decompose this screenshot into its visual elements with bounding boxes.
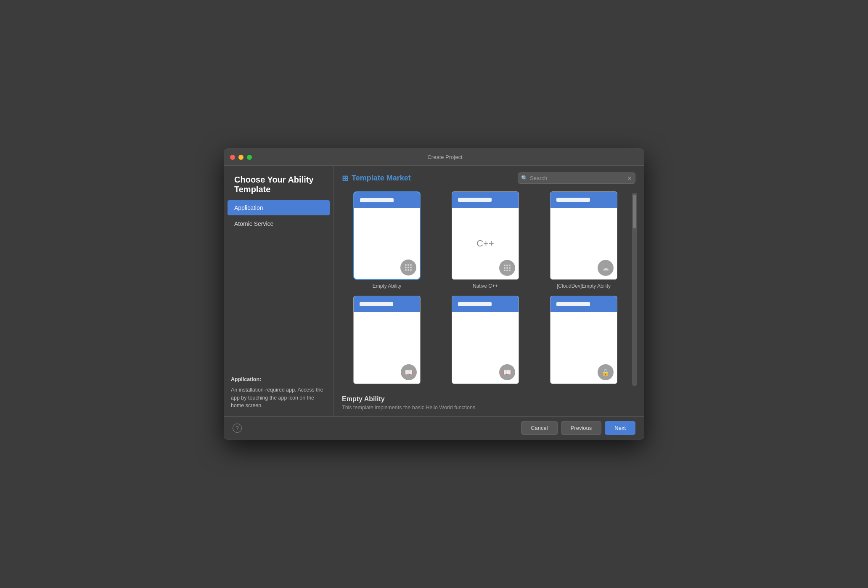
description-title: Application: xyxy=(231,376,326,384)
traffic-lights xyxy=(230,155,252,160)
titlebar: Create Project xyxy=(224,149,644,166)
template-card-clouddev-empty[interactable]: ☁ [CloudDev]Empty Ability xyxy=(539,191,629,289)
phone-mock-6: 🔒 xyxy=(550,296,617,384)
badge-2 xyxy=(499,260,515,276)
search-clear-button[interactable]: ✕ xyxy=(627,175,632,181)
page-heading: Choose Your Ability Template xyxy=(224,166,333,200)
selected-template-info: Empty Ability This template implements t… xyxy=(333,391,644,416)
badge-5: 📖 xyxy=(499,364,515,380)
template-card-5[interactable]: 📖 xyxy=(440,296,530,387)
scrollbar-track[interactable] xyxy=(632,193,637,386)
template-label-3: [CloudDev]Empty Ability xyxy=(557,283,611,289)
search-container: 🔍 ✕ xyxy=(518,172,635,184)
template-label-2: Native C++ xyxy=(473,283,498,289)
minimize-button[interactable] xyxy=(238,155,243,160)
sidebar-item-application[interactable]: Application xyxy=(228,200,330,215)
badge-6: 🔒 xyxy=(598,364,614,380)
badge-3: ☁ xyxy=(598,260,614,276)
template-market-icon: ⊞ xyxy=(342,174,348,183)
phone-mock-2: C++ xyxy=(452,191,519,280)
template-card-empty-ability[interactable]: Empty Ability xyxy=(342,191,432,289)
cancel-button[interactable]: Cancel xyxy=(521,421,557,435)
help-icon[interactable]: ? xyxy=(233,424,242,433)
templates-grid: Empty Ability C++ xyxy=(342,191,629,387)
scrollbar-thumb[interactable] xyxy=(633,195,636,228)
description-text: An installation-required app. Access the… xyxy=(231,386,326,410)
sidebar: Choose Your Ability Template Application… xyxy=(224,166,333,416)
maximize-button[interactable] xyxy=(247,155,252,160)
search-input[interactable] xyxy=(518,172,635,184)
badge-1 xyxy=(400,260,416,275)
template-market-heading: ⊞ Template Market xyxy=(342,174,411,183)
previous-button[interactable]: Previous xyxy=(561,421,602,435)
phone-mock-4: 📖 xyxy=(353,296,421,384)
create-project-window: Create Project Choose Your Ability Templ… xyxy=(224,148,644,440)
phone-mock-1 xyxy=(353,191,421,280)
close-button[interactable] xyxy=(230,155,235,160)
template-card-native-cpp[interactable]: C++ Native C++ xyxy=(440,191,530,289)
main-panel: ⊞ Template Market 🔍 ✕ xyxy=(333,166,644,416)
template-card-6[interactable]: 🔒 xyxy=(539,296,629,387)
badge-4: 📖 xyxy=(401,364,417,380)
selected-template-description: This template implements the basic Hello… xyxy=(342,405,635,411)
window-title: Create Project xyxy=(252,154,638,160)
next-button[interactable]: Next xyxy=(605,421,635,435)
content-area: Choose Your Ability Template Application… xyxy=(224,166,644,416)
template-label-1: Empty Ability xyxy=(373,283,402,289)
selected-template-name: Empty Ability xyxy=(342,395,635,403)
phone-mock-5: 📖 xyxy=(452,296,519,384)
footer: ? Cancel Previous Next xyxy=(224,416,644,439)
template-card-4[interactable]: 📖 xyxy=(342,296,432,387)
main-header: ⊞ Template Market 🔍 ✕ xyxy=(333,166,644,188)
templates-grid-area: Empty Ability C++ xyxy=(333,188,644,391)
phone-mock-3: ☁ xyxy=(550,191,617,280)
sidebar-description: Application: An installation-required ap… xyxy=(224,369,333,416)
cpp-label: C++ xyxy=(476,238,494,249)
sidebar-item-atomic-service[interactable]: Atomic Service xyxy=(228,216,330,231)
